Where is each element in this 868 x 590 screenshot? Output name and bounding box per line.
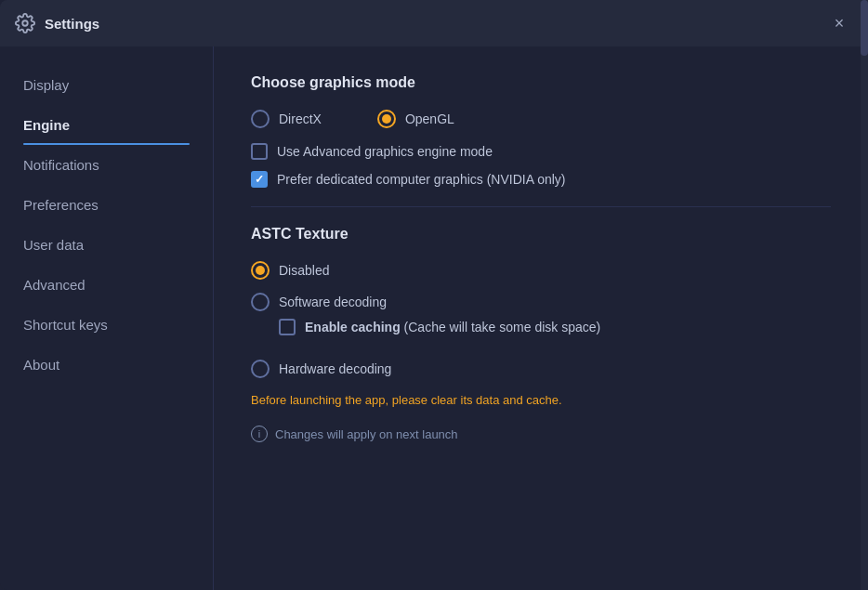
sidebar-item-display[interactable]: Display — [0, 65, 213, 105]
checkbox-enable-caching[interactable]: Enable caching (Cache will take some dis… — [279, 319, 831, 335]
info-icon: i — [251, 426, 268, 442]
astc-section-title: ASTC Texture — [251, 226, 831, 243]
checkbox-dedicated-graphics-label: Prefer dedicated computer graphics (NVID… — [277, 172, 565, 187]
checkbox-enable-caching-label: Enable caching (Cache will take some dis… — [305, 320, 600, 334]
radio-astc-hardware-label: Hardware decoding — [279, 361, 391, 376]
window-title: Settings — [45, 16, 99, 32]
checkbox-enable-caching-box — [279, 319, 296, 335]
enable-caching-option: Enable caching (Cache will take some dis… — [279, 319, 831, 335]
settings-icon — [15, 13, 35, 33]
checkbox-dedicated-graphics[interactable]: Prefer dedicated computer graphics (NVID… — [251, 171, 831, 188]
info-row: i Changes will apply on next launch — [251, 426, 831, 442]
radio-opengl-label: OpenGL — [405, 111, 454, 126]
radio-opengl[interactable]: OpenGL — [377, 110, 454, 128]
sidebar-item-advanced[interactable]: Advanced — [0, 265, 213, 305]
close-button[interactable]: × — [825, 9, 853, 37]
radio-astc-software-label: Software decoding — [279, 295, 387, 309]
sidebar-item-preferences[interactable]: Preferences — [0, 185, 213, 225]
sidebar-item-engine[interactable]: Engine — [0, 105, 213, 145]
settings-window: Settings × Display Engine Notifications … — [0, 0, 868, 590]
scrollbar-track[interactable] — [861, 46, 868, 590]
content-area: Display Engine Notifications Preferences… — [0, 46, 868, 590]
checkbox-dedicated-graphics-box — [251, 171, 268, 188]
sidebar-item-about[interactable]: About — [0, 345, 213, 385]
software-decoding-group: Software decoding Enable caching (Cache … — [251, 293, 831, 347]
warning-text: Before launching the app, please clear i… — [251, 393, 831, 407]
radio-astc-disabled-label: Disabled — [279, 263, 329, 278]
radio-directx-circle — [251, 110, 270, 128]
checkbox-advanced-graphics-label: Use Advanced graphics engine mode — [277, 144, 493, 159]
checkbox-advanced-graphics-box — [251, 143, 268, 160]
sidebar-item-user-data[interactable]: User data — [0, 225, 213, 265]
sidebar-item-notifications[interactable]: Notifications — [0, 145, 213, 185]
section-divider — [251, 206, 831, 207]
graphics-radio-group: DirectX OpenGL — [251, 110, 831, 128]
radio-astc-software-circle — [251, 293, 270, 311]
graphics-section-title: Choose graphics mode — [251, 74, 831, 91]
radio-astc-disabled[interactable]: Disabled — [251, 261, 831, 280]
sidebar-item-shortcut-keys[interactable]: Shortcut keys — [0, 305, 213, 345]
sidebar: Display Engine Notifications Preferences… — [0, 46, 214, 590]
radio-directx[interactable]: DirectX — [251, 110, 322, 128]
radio-astc-hardware[interactable]: Hardware decoding — [251, 360, 831, 378]
radio-astc-hardware-circle — [251, 360, 270, 378]
astc-radio-list: Disabled Software decoding Enable cachin… — [251, 261, 831, 378]
caching-bold: Enable caching — [305, 320, 401, 334]
titlebar-left: Settings — [15, 13, 99, 33]
svg-point-0 — [22, 20, 28, 26]
scrollbar-thumb[interactable] — [861, 46, 868, 56]
radio-astc-disabled-circle — [251, 261, 270, 280]
checkbox-advanced-graphics[interactable]: Use Advanced graphics engine mode — [251, 143, 831, 160]
titlebar: Settings × — [0, 0, 868, 46]
main-panel: Choose graphics mode DirectX OpenGL Use … — [214, 46, 868, 590]
info-text: Changes will apply on next launch — [275, 427, 458, 441]
radio-opengl-circle — [377, 110, 396, 128]
radio-directx-label: DirectX — [279, 111, 322, 126]
astc-section: ASTC Texture Disabled Software decoding — [251, 226, 831, 442]
radio-astc-software[interactable]: Software decoding — [251, 293, 831, 311]
